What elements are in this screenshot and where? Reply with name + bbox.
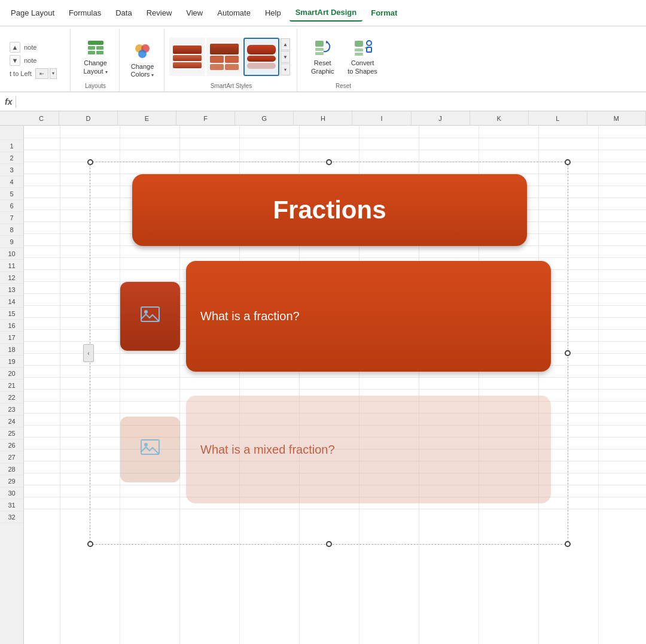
change-colors-group-content: ChangeColors ▾ [124,31,160,89]
thumb2-bar2 [210,56,224,63]
row-30: 30 [0,487,23,499]
col-header-m: M [587,111,646,125]
reset-graphic-button[interactable]: ResetGraphic [304,36,340,77]
smartart-container[interactable]: ‹ Fractions [90,162,568,545]
change-colors-label: ChangeColors ▾ [131,63,154,78]
style-thumb-2-inner [210,44,239,70]
col-header-l: L [529,111,587,125]
formula-bar: fx [0,92,646,111]
sheet-area[interactable]: 1 2 3 4 5 6 7 8 9 10 11 12 13 14 15 16 1… [0,126,646,644]
convert-to-shapes-label: Convertto Shapes [348,59,377,75]
smartart-styles-group: ▲ ▼ ▾ SmartArt Styles [166,29,297,92]
fractions-title-bar[interactable]: Fractions [132,174,527,246]
formula-input[interactable] [20,97,641,106]
handle-bottom-mid[interactable] [326,541,332,547]
svg-rect-0 [88,41,103,45]
row-15: 15 [0,308,23,320]
smartart-row-2: What is a mixed fraction? [120,396,551,503]
thumb1-bar3 [173,62,202,68]
svg-point-18 [144,310,148,314]
menu-data[interactable]: Data [109,5,138,21]
change-layout-button[interactable]: ChangeLayout ▾ [78,36,114,77]
row2-text-box[interactable]: What is a mixed fraction? [186,396,551,503]
handle-top-right[interactable] [565,159,571,165]
change-colors-icon [133,42,152,61]
row-12: 12 [0,272,23,284]
col-header-d: D [59,111,118,125]
image-icon-1 [139,304,161,329]
ribbon-indent: t to Left ⇤ ▾ [10,68,65,79]
change-layout-icon [86,38,105,57]
handle-bottom-left[interactable] [87,541,93,547]
svg-rect-13 [355,48,363,51]
row-13: 13 [0,284,23,296]
menu-review[interactable]: Review [141,5,178,21]
row-9: 9 [0,236,23,248]
down-arrow-button[interactable]: ▼ [10,55,20,66]
column-headers: C D E F G H I J K L M [0,111,646,126]
up-arrow-button[interactable]: ▲ [10,42,20,53]
row-22: 22 [0,391,23,403]
menu-smartart-design[interactable]: SmartArt Design [290,4,363,22]
row-29: 29 [0,475,23,487]
col-header-j: J [412,111,470,125]
smartart-styles-content: ▲ ▼ ▾ [169,31,293,83]
convert-to-shapes-button[interactable]: Convertto Shapes [343,36,382,77]
svg-point-7 [138,50,147,58]
handle-top-left[interactable] [87,159,93,165]
row-32: 32 [0,511,23,523]
grid-col-line-10 [598,126,599,644]
menu-view[interactable]: View [180,5,209,21]
scroll-up-button[interactable]: ▲ [281,38,290,50]
layouts-group: ChangeLayout ▾ Layouts [72,29,120,92]
row-4: 4 [0,176,23,188]
grid-col-line-1 [60,126,60,644]
handle-mid-right[interactable] [565,350,571,356]
scroll-down-button[interactable]: ▼ [281,51,290,63]
row-17: 17 [0,332,23,344]
col-header-k: K [470,111,529,125]
menu-formulas[interactable]: Formulas [63,5,107,21]
indent-label: t to Left [10,70,32,77]
scroll-expand-button[interactable]: ▾ [281,63,290,75]
row-5: 5 [0,188,23,200]
thumb1-bar1 [173,45,202,54]
style-thumb-1[interactable] [169,38,205,76]
row-6: 6 [0,200,23,212]
row1-text-box[interactable]: What is a fraction? [186,261,551,372]
col-header-i: I [352,111,411,125]
row-28: 28 [0,463,23,475]
grid-row-line-1 [24,138,646,138]
collapse-text-panel-button[interactable]: ‹ [83,344,94,362]
style-thumb-2[interactable] [206,38,242,76]
style-thumb-1-inner [173,45,202,68]
change-colors-button[interactable]: ChangeColors ▾ [124,40,160,81]
menu-format[interactable]: Format [365,5,403,21]
scroll-arrows: ▲ ▼ ▾ [281,38,290,75]
image-placeholder-1[interactable] [120,282,180,351]
reset-group: ResetGraphic Convertto Shapes Reset [298,29,388,92]
row-num-spacer [0,126,23,140]
row-1: 1 [0,140,23,152]
handle-top-mid[interactable] [326,159,332,165]
indent-dropdown-button[interactable]: ▾ [50,68,57,79]
menu-help[interactable]: Help [259,5,287,21]
change-colors-group: ChangeColors ▾ [121,29,164,92]
svg-rect-12 [355,41,363,47]
menu-automate[interactable]: Automate [211,5,257,21]
row-7: 7 [0,212,23,224]
image-placeholder-2[interactable] [120,417,180,482]
row-18: 18 [0,344,23,356]
svg-rect-8 [315,41,324,47]
style-thumb-3-inner [247,45,276,69]
indent-left-button[interactable]: ⇤ [35,68,48,79]
menu-page-layout[interactable]: Page Layout [5,5,60,21]
row-20: 20 [0,367,23,379]
svg-rect-1 [88,46,95,50]
handle-bottom-right[interactable] [565,541,571,547]
style-thumb-3[interactable] [243,38,279,76]
thumb2-bar5 [225,64,239,70]
menu-bar: Page Layout Formulas Data Review View Au… [0,0,646,26]
note-down-label: note [24,57,36,64]
svg-point-15 [367,41,371,45]
